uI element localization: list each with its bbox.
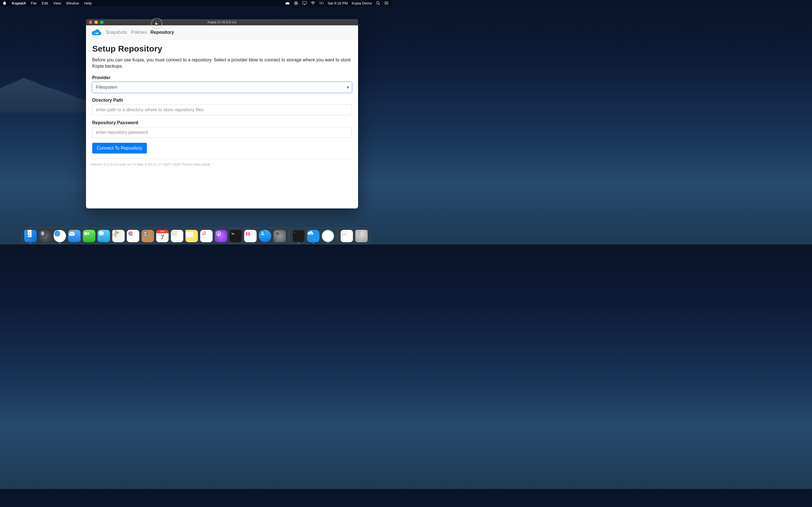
connect-button[interactable]: Connect To Repository: [92, 143, 147, 154]
dock-music[interactable]: [200, 230, 213, 242]
menubar-item-file[interactable]: File: [31, 1, 37, 5]
svg-point-30: [131, 231, 133, 233]
dock-document[interactable]: RTF: [340, 230, 353, 242]
dock-screen-record[interactable]: [321, 230, 335, 242]
dock-calendar[interactable]: MAR7: [156, 230, 169, 242]
dock-divider: [289, 230, 289, 242]
page-description: Before you can use Kopia, you must conne…: [92, 57, 352, 69]
svg-point-46: [201, 230, 207, 237]
dock-news[interactable]: [244, 230, 257, 242]
dock-notes[interactable]: [185, 230, 198, 242]
calendar-month-label: MAR: [156, 230, 168, 233]
svg-point-51: [218, 233, 219, 234]
repository-password-input[interactable]: [92, 127, 352, 138]
svg-point-15: [26, 232, 27, 233]
cloud-status-icon[interactable]: [285, 1, 290, 5]
svg-point-47: [202, 234, 203, 235]
svg-rect-21: [69, 232, 74, 235]
dock-facetime[interactable]: [83, 230, 96, 242]
svg-rect-22: [84, 232, 87, 235]
menubar-username[interactable]: Kopia Demo: [352, 1, 372, 5]
svg-text:tv: tv: [232, 232, 234, 235]
nav-snapshots[interactable]: Snapshots: [106, 30, 127, 35]
menubar: KopiaUI File Edit View Window Help Sat 9…: [0, 0, 392, 6]
svg-point-33: [128, 231, 130, 233]
svg-text:>_: >_: [294, 231, 296, 233]
apple-menu-icon[interactable]: [3, 1, 7, 6]
dock-launchpad[interactable]: [39, 230, 52, 242]
kopia-window: Kopia UI v0.5.0-rc1 Snapshots Policies R…: [86, 19, 358, 209]
spotlight-icon[interactable]: [376, 1, 380, 5]
dock-app-store[interactable]: [259, 230, 271, 242]
svg-line-63: [274, 235, 275, 236]
dock-tv[interactable]: tv: [229, 230, 242, 242]
dock-finder[interactable]: [24, 230, 37, 242]
menubar-item-window[interactable]: Window: [66, 1, 79, 5]
airplay-icon[interactable]: [302, 1, 307, 5]
dock-divider-2: [337, 230, 338, 242]
dock-kopia[interactable]: [307, 230, 320, 242]
dock-terminal[interactable]: >_: [292, 230, 305, 242]
svg-point-25: [116, 231, 118, 233]
svg-point-11: [385, 2, 385, 2]
svg-point-16: [29, 232, 30, 233]
window-maximize-button[interactable]: [100, 20, 103, 24]
svg-rect-66: [357, 231, 361, 232]
version-footer: Version 0.5.0-rc1 built on Fri Mar 6 03:…: [91, 159, 354, 166]
window-title: Kopia UI v0.5.0-rc1: [86, 20, 358, 24]
svg-rect-1: [295, 3, 297, 4]
svg-point-36: [172, 231, 173, 232]
svg-rect-42: [186, 230, 193, 232]
svg-point-13: [385, 4, 385, 4]
app-navbar: Snapshots Policies Repository: [86, 25, 358, 40]
menubar-item-help[interactable]: Help: [84, 1, 92, 5]
kopia-logo-icon[interactable]: [92, 29, 102, 36]
svg-point-48: [204, 233, 205, 235]
svg-point-40: [172, 235, 173, 236]
dock: MAR7 tv >_ RTF: [21, 228, 370, 244]
svg-line-61: [279, 235, 280, 236]
dock-system-preferences[interactable]: [273, 230, 286, 242]
provider-select[interactable]: Filesystem: [92, 82, 352, 93]
svg-line-62: [279, 231, 280, 232]
svg-point-38: [172, 233, 173, 234]
svg-point-6: [377, 2, 379, 4]
dock-messages[interactable]: [97, 230, 110, 242]
dock-podcasts[interactable]: [214, 230, 227, 242]
menubar-item-view[interactable]: View: [53, 1, 61, 5]
repository-password-label: Repository Password: [92, 120, 352, 125]
svg-point-35: [144, 232, 146, 234]
svg-rect-39: [174, 233, 177, 234]
svg-point-3: [313, 4, 313, 5]
nav-policies[interactable]: Policies: [131, 30, 147, 35]
menubar-item-edit[interactable]: Edit: [42, 1, 48, 5]
svg-line-7: [379, 4, 380, 5]
record-status-icon[interactable]: [294, 1, 298, 5]
nav-repository[interactable]: Repository: [151, 30, 174, 35]
page-title: Setup Repository: [92, 44, 352, 54]
svg-line-60: [274, 231, 275, 232]
wallpaper-mountain: [0, 73, 99, 113]
wifi-icon[interactable]: [311, 1, 315, 5]
dock-reminders[interactable]: [170, 230, 184, 242]
dock-trash[interactable]: [355, 230, 368, 242]
svg-point-53: [259, 230, 266, 237]
menubar-datetime[interactable]: Sat 9:16 PM: [327, 1, 348, 5]
window-minimize-button[interactable]: [94, 20, 98, 24]
svg-rect-37: [174, 231, 177, 232]
dock-mail[interactable]: [68, 230, 81, 242]
dock-contacts[interactable]: [141, 230, 154, 242]
svg-point-55: [276, 232, 278, 235]
svg-point-12: [385, 3, 385, 3]
dock-safari[interactable]: [53, 230, 66, 242]
svg-rect-5: [323, 3, 324, 4]
battery-icon[interactable]: [319, 1, 324, 5]
directory-path-input[interactable]: [92, 105, 352, 115]
window-titlebar[interactable]: Kopia UI v0.5.0-rc1: [86, 19, 358, 25]
menubar-app-name[interactable]: KopiaUI: [12, 1, 26, 5]
notification-center-icon[interactable]: [384, 1, 389, 5]
provider-label: Provider: [92, 75, 352, 80]
window-close-button[interactable]: [89, 20, 92, 24]
dock-photos[interactable]: [126, 230, 140, 242]
dock-maps[interactable]: [112, 230, 125, 242]
